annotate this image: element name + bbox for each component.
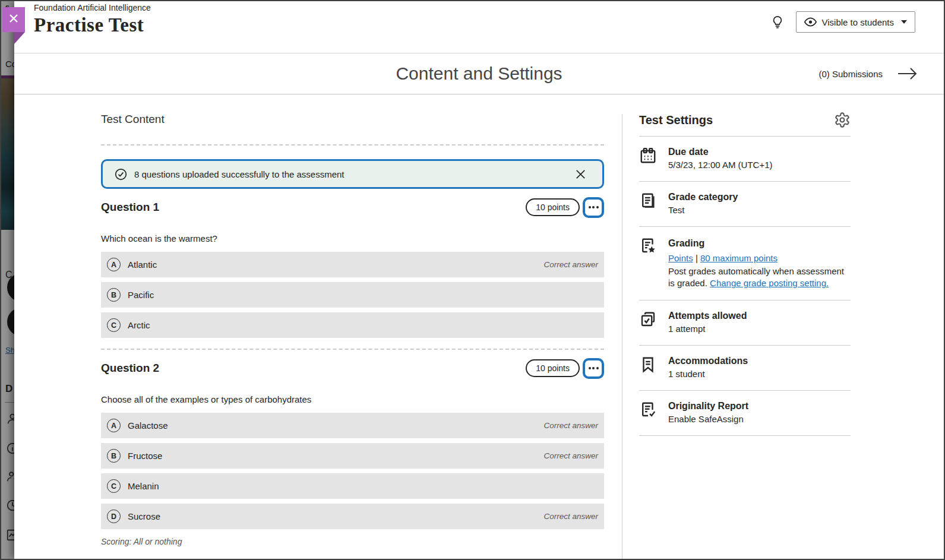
close-panel-button[interactable] (2, 7, 25, 32)
option-text: Atlantic (128, 260, 157, 270)
answer-option: C Arctic (101, 312, 604, 338)
correct-answer-flag: Correct answer (543, 451, 598, 460)
setting-accommodations: Accommodations 1 student (639, 346, 851, 391)
calendar-icon (639, 147, 658, 170)
visibility-label: Visible to students (822, 17, 894, 27)
ellipsis-icon (589, 206, 591, 208)
page-title: Practise Test (34, 14, 151, 36)
test-settings-column: Test Settings Due date 5/3/23, 12:00 AM … (639, 95, 851, 436)
content-and-settings-title: Content and Settings (14, 53, 944, 93)
option-text: Pacific (128, 290, 154, 300)
question-menu-button[interactable] (583, 197, 604, 218)
gear-icon[interactable] (834, 112, 851, 128)
separator: | (696, 253, 698, 263)
setting-due-date: Due date 5/3/23, 12:00 AM (UTC+1) (639, 137, 851, 182)
option-letter: D (107, 510, 121, 523)
answer-options: A Atlantic Correct answer B Pacific C Ar… (101, 252, 604, 338)
visibility-dropdown[interactable]: Visible to students (796, 11, 915, 33)
test-content-heading: Test Content (101, 113, 604, 126)
insert-divider (101, 349, 604, 350)
setting-grading: Grading Points | 80 maximum points Post … (639, 227, 851, 300)
setting-originality: Originality Report Enable SafeAssign (639, 391, 851, 436)
question-prompt: Choose all of the examples or types of c… (101, 394, 604, 404)
accommodations-link[interactable]: 1 student (668, 369, 705, 379)
answer-options: A Galactose Correct answer B Fructose Co… (101, 413, 604, 529)
close-icon[interactable] (573, 167, 588, 182)
correct-answer-flag: Correct answer (543, 260, 598, 269)
attempts-link[interactable]: 1 attempt (668, 324, 706, 334)
question-menu-button[interactable] (583, 358, 604, 379)
question-1-header: Question 1 10 points (101, 196, 604, 219)
app-window: fl Co C Sh D (0, 0, 945, 560)
change-grade-posting-link[interactable]: Change grade posting setting. (710, 278, 829, 288)
maximum-points-link[interactable]: 80 maximum points (700, 253, 778, 263)
assessment-panel: Foundation Artificial Intelligence Pract… (14, 1, 944, 559)
option-text: Galactose (128, 420, 168, 431)
document-star-icon (639, 237, 658, 289)
ellipsis-icon (589, 367, 591, 369)
option-letter: C (107, 479, 121, 493)
course-name: Foundation Artificial Intelligence (34, 3, 151, 12)
lightbulb-icon[interactable] (771, 15, 784, 29)
setting-attempts: Attempts allowed 1 attempt (639, 300, 851, 346)
peel-fold-decoration (14, 32, 25, 44)
answer-option: B Fructose Correct answer (101, 443, 604, 469)
check-circle-icon (115, 168, 127, 181)
setting-label: Grading (668, 237, 851, 250)
setting-label: Originality Report (668, 401, 748, 412)
underlying-page-strip: fl Co C Sh D (1, 1, 14, 559)
option-text: Sucrose (128, 511, 160, 521)
question-title: Question 1 (101, 201, 159, 214)
correct-answer-flag: Correct answer (543, 512, 598, 521)
chevron-down-icon (901, 20, 907, 24)
checkbox-icon (639, 311, 658, 334)
option-text: Arctic (128, 320, 150, 330)
points-button[interactable]: 10 points (526, 198, 580, 216)
answer-option: A Atlantic Correct answer (101, 252, 604, 277)
correct-answer-flag: Correct answer (543, 421, 598, 430)
points-button[interactable]: 10 points (526, 359, 580, 377)
document-icon (639, 192, 658, 216)
document-check-icon (639, 401, 658, 425)
answer-option: B Pacific (101, 282, 604, 308)
insert-divider (101, 144, 604, 145)
option-letter: B (107, 449, 121, 463)
panel-header: Foundation Artificial Intelligence Pract… (14, 1, 944, 53)
answer-option: A Galactose Correct answer (101, 413, 604, 438)
content-header-bar: Content and Settings (0) Submissions (14, 53, 944, 94)
column-divider (622, 114, 622, 559)
setting-label: Attempts allowed (668, 311, 747, 321)
option-text: Melanin (128, 481, 159, 491)
due-date-link[interactable]: 5/3/23, 12:00 AM (UTC+1) (668, 160, 773, 170)
answer-option: D Sucrose Correct answer (101, 504, 604, 529)
option-letter: A (107, 419, 121, 432)
settings-heading: Test Settings (639, 113, 713, 127)
option-letter: C (107, 318, 121, 332)
question-2-header: Question 2 10 points (101, 357, 604, 379)
option-text: Fructose (128, 451, 162, 461)
arrow-right-icon[interactable] (897, 67, 918, 81)
banner-message: 8 questions uploaded successfully to the… (134, 169, 345, 179)
setting-label: Grade category (668, 192, 738, 203)
x-icon (8, 12, 20, 27)
option-letter: A (107, 258, 121, 271)
upload-success-banner: 8 questions uploaded successfully to the… (101, 159, 604, 189)
option-letter: B (107, 288, 121, 302)
dim-overlay (1, 1, 14, 559)
grade-category-link[interactable]: Test (668, 205, 685, 215)
safeassign-link[interactable]: Enable SafeAssign (668, 414, 744, 424)
eye-icon (804, 17, 817, 27)
question-title: Question 2 (101, 362, 159, 375)
content-body: Test Content 8 questions uploaded succes… (14, 95, 944, 559)
scoring-note: Scoring: All or nothing (101, 537, 604, 546)
answer-option: C Melanin (101, 473, 604, 499)
setting-label: Accommodations (668, 356, 748, 366)
bookmark-icon (639, 356, 658, 379)
setting-grade-category: Grade category Test (639, 182, 851, 227)
submissions-count[interactable]: (0) Submissions (818, 69, 883, 79)
question-prompt: Which ocean is the warmest? (101, 233, 604, 243)
grading-points-link[interactable]: Points (668, 253, 693, 263)
setting-label: Due date (668, 147, 773, 157)
test-content-column: Test Content 8 questions uploaded succes… (101, 95, 604, 546)
